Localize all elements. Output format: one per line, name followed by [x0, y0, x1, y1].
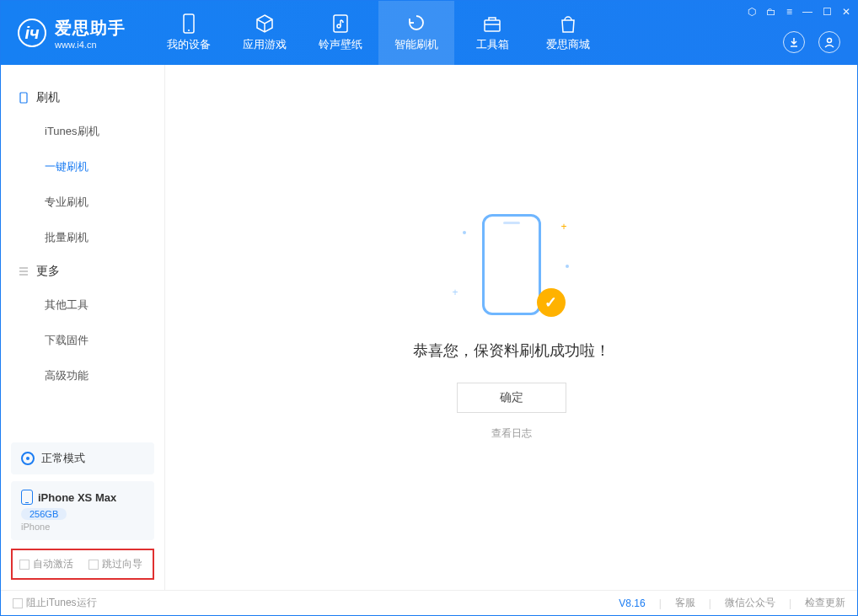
svg-point-5 — [828, 39, 832, 43]
svg-rect-6 — [20, 93, 27, 103]
dot-icon — [566, 265, 569, 268]
phone-illustration-icon — [482, 214, 541, 315]
app-title: 爱思助手 — [55, 17, 126, 40]
mode-label: 正常模式 — [41, 451, 85, 466]
tab-label: 应用游戏 — [243, 37, 287, 52]
device-name-label: iPhone XS Max — [38, 491, 116, 504]
close-button[interactable]: ✕ — [842, 6, 850, 18]
ok-button[interactable]: 确定 — [457, 383, 566, 413]
svg-point-1 — [188, 29, 190, 31]
refresh-shield-icon — [406, 13, 426, 34]
phone-small-icon — [21, 490, 33, 505]
highlighted-options: 自动激活 跳过向导 — [11, 549, 154, 580]
cube-icon — [255, 13, 275, 34]
menu-icon[interactable]: ≡ — [786, 6, 792, 18]
sidebar-item-one-click-flash[interactable]: 一键刷机 — [1, 149, 164, 185]
toolbox-icon — [482, 13, 502, 34]
separator: | — [709, 597, 711, 609]
mode-card[interactable]: 正常模式 — [11, 442, 154, 474]
checkbox-auto-activate[interactable]: 自动激活 — [19, 557, 73, 571]
footer-link-update[interactable]: 检查更新 — [805, 596, 845, 610]
checkbox-icon — [19, 560, 29, 570]
view-log-link[interactable]: 查看日志 — [491, 426, 532, 441]
sidebar-item-download-firmware[interactable]: 下载固件 — [1, 323, 164, 358]
sidebar-item-other-tools[interactable]: 其他工具 — [1, 287, 164, 323]
footer-link-service[interactable]: 客服 — [675, 596, 695, 610]
device-card[interactable]: iPhone XS Max 256GB iPhone — [11, 481, 154, 540]
phone-icon — [179, 13, 199, 34]
logo-icon: iч — [18, 19, 46, 47]
section-label: 刷机 — [36, 90, 60, 105]
success-message: 恭喜您，保资料刷机成功啦！ — [413, 340, 610, 361]
cb-label: 自动激活 — [33, 557, 73, 571]
tab-label: 我的设备 — [167, 37, 211, 52]
checkbox-block-itunes[interactable]: 阻止iTunes运行 — [13, 596, 97, 610]
sidebar-item-itunes-flash[interactable]: iTunes刷机 — [1, 114, 164, 149]
device-type-label: iPhone — [21, 522, 144, 532]
tab-toolbox[interactable]: 工具箱 — [454, 1, 530, 65]
bag-icon — [558, 13, 578, 34]
app-subtitle: www.i4.cn — [55, 40, 126, 50]
check-badge-icon: ✓ — [537, 288, 566, 317]
separator: | — [659, 597, 662, 609]
nav-tabs: 我的设备 应用游戏 铃声壁纸 智能刷机 工具箱 爱思商城 — [151, 1, 606, 65]
download-icon[interactable] — [783, 31, 805, 53]
tab-label: 智能刷机 — [394, 37, 438, 52]
tab-apps-games[interactable]: 应用游戏 — [227, 1, 303, 65]
checkbox-icon — [88, 560, 99, 570]
version-label: V8.16 — [619, 597, 645, 609]
separator: | — [789, 597, 791, 609]
logo: iч 爱思助手 www.i4.cn — [1, 17, 142, 50]
sidebar-item-pro-flash[interactable]: 专业刷机 — [1, 185, 164, 220]
dot-icon — [463, 231, 466, 234]
tab-smart-flash[interactable]: 智能刷机 — [378, 1, 454, 65]
plus-icon: + — [560, 221, 566, 233]
device-icon — [18, 92, 29, 104]
cb-label: 阻止iTunes运行 — [26, 596, 97, 610]
footer-link-wechat[interactable]: 微信公众号 — [725, 596, 775, 610]
mode-icon — [21, 452, 35, 465]
checkbox-icon — [13, 598, 23, 608]
checkbox-skip-guide[interactable]: 跳过向导 — [88, 557, 142, 571]
maximize-button[interactable]: ☐ — [823, 6, 832, 18]
sidebar-section-flash: 刷机 — [1, 82, 164, 114]
tab-my-device[interactable]: 我的设备 — [151, 1, 227, 65]
sidebar-item-advanced[interactable]: 高级功能 — [1, 358, 164, 394]
tab-store[interactable]: 爱思商城 — [530, 1, 606, 65]
sidebar: 刷机 iTunes刷机 一键刷机 专业刷机 批量刷机 更多 其他工具 下载固件 … — [1, 65, 165, 590]
plus-icon: + — [453, 287, 458, 298]
svg-point-3 — [337, 24, 341, 28]
section-label: 更多 — [36, 264, 60, 279]
header-actions — [783, 31, 840, 53]
success-illustration: ✓ + + — [461, 214, 562, 324]
cb-label: 跳过向导 — [102, 557, 142, 571]
tab-ringtone-wallpaper[interactable]: 铃声壁纸 — [303, 1, 378, 65]
list-icon — [18, 265, 29, 277]
device-storage-badge: 256GB — [21, 508, 67, 520]
lock-icon[interactable]: 🗀 — [766, 6, 776, 18]
shirt-icon[interactable]: ⬡ — [748, 6, 756, 18]
tab-label: 工具箱 — [476, 37, 509, 52]
header: iч 爱思助手 www.i4.cn 我的设备 应用游戏 铃声壁纸 智能刷机 工具… — [1, 1, 857, 65]
tab-label: 爱思商城 — [546, 37, 590, 52]
window-controls: ⬡ 🗀 ≡ — ☐ ✕ — [748, 6, 850, 18]
sidebar-section-more: 更多 — [1, 255, 164, 287]
music-file-icon — [330, 13, 351, 34]
minimize-button[interactable]: — — [802, 6, 812, 18]
tab-label: 铃声壁纸 — [319, 37, 362, 52]
main-content: ✓ + + 恭喜您，保资料刷机成功啦！ 确定 查看日志 — [165, 65, 857, 590]
user-icon[interactable] — [818, 31, 840, 53]
footer: 阻止iTunes运行 V8.16 | 客服 | 微信公众号 | 检查更新 — [1, 590, 857, 615]
svg-rect-4 — [485, 20, 500, 31]
sidebar-item-batch-flash[interactable]: 批量刷机 — [1, 220, 164, 255]
